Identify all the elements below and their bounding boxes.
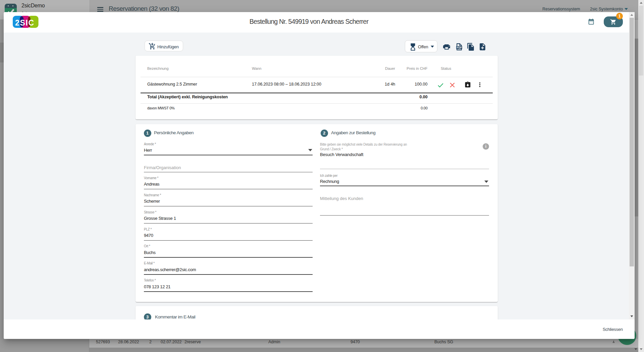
svg-text:2SIC: 2SIC: [15, 18, 34, 27]
svg-text:PDF: PDF: [457, 46, 462, 49]
